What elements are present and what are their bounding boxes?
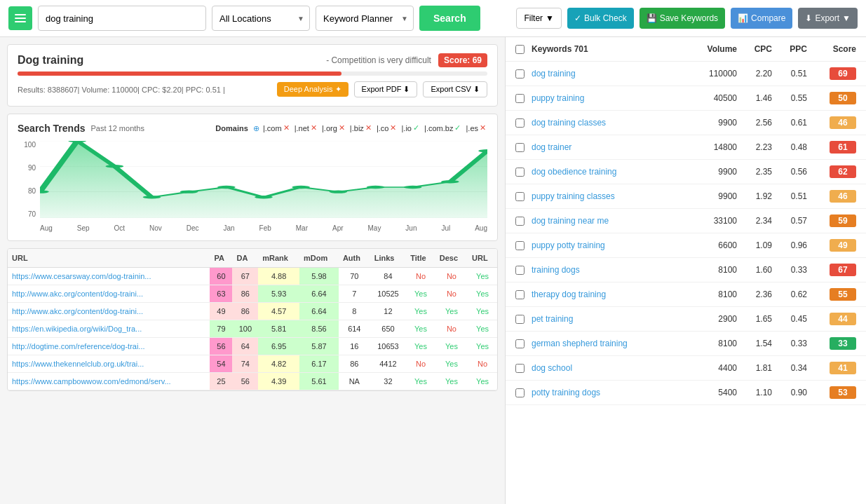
keyword-link[interactable]: training dogs [532, 265, 688, 275]
keyword-link[interactable]: dog training near me [532, 216, 688, 226]
keyword-ppc: 0.33 [772, 339, 807, 348]
x-oct: Oct [114, 224, 126, 232]
save-icon: 💾 [647, 13, 657, 23]
keyword-score: 50 [807, 92, 856, 104]
keyword-checkbox[interactable] [515, 339, 525, 348]
keyword-link[interactable]: german shepherd training [532, 339, 688, 348]
keyword-link[interactable]: puppy potty training [532, 240, 688, 250]
keyword-link[interactable]: dog trainer [532, 142, 688, 152]
keyword-table: Keywords 701 Volume CPC PPC Score dog tr… [506, 37, 866, 405]
search-button[interactable]: Search [419, 6, 480, 31]
keyword-checkbox[interactable] [515, 168, 525, 177]
url-link[interactable]: http://dogtime.com/reference/dog-trai... [12, 342, 145, 350]
chart-y-labels: 100 90 80 70 [18, 141, 39, 218]
x-dec: Dec [187, 224, 199, 232]
keyword-checkbox[interactable] [515, 69, 525, 79]
save-keywords-button[interactable]: 💾 Save Keywords [640, 8, 725, 29]
title-cell: Yes [406, 303, 435, 320]
keyword-checkbox[interactable] [515, 315, 525, 324]
keyword-link[interactable]: dog school [532, 363, 688, 373]
keyword-row: german shepherd training 8100 1.54 0.33 … [506, 332, 866, 356]
keyword-checkbox[interactable] [515, 192, 525, 201]
domain-com: |.com ✕ [263, 123, 290, 132]
keyword-link[interactable]: potty training dogs [532, 388, 688, 397]
url-link[interactable]: http://www.akc.org/content/dog-traini... [12, 290, 143, 298]
cpc-col-header: CPC [737, 44, 772, 54]
filter-button[interactable]: Filter ▼ [516, 8, 562, 29]
title-cell: Yes [406, 320, 435, 338]
keyword-checkbox[interactable] [515, 388, 525, 397]
keyword-checkbox[interactable] [515, 217, 525, 226]
domain-plus-icon[interactable]: ⊕ [253, 124, 259, 132]
keyword-cpc: 2.20 [737, 69, 772, 79]
export-pdf-button[interactable]: Export PDF ⬇ [354, 81, 418, 97]
url-link[interactable]: https://en.wikipedia.org/wiki/Dog_tra... [12, 325, 142, 333]
score-title-row: Dog training - Competition is very diffi… [18, 53, 487, 67]
export-csv-button[interactable]: Export CSV ⬇ [423, 81, 487, 97]
x-apr: Apr [332, 224, 344, 232]
keyword-link[interactable]: dog training classes [532, 118, 688, 128]
keyword-score: 67 [807, 264, 856, 276]
location-select[interactable]: All Locations [212, 6, 310, 31]
score-col-header: Score [807, 44, 856, 54]
keyword-checkbox[interactable] [515, 118, 525, 128]
compare-icon: 📊 [738, 13, 748, 23]
domain-co: |.co ✕ [377, 123, 397, 132]
auth-cell: 86 [339, 355, 370, 373]
url-link[interactable]: https://www.campbowwow.com/edmond/serv..… [12, 377, 171, 386]
url-link[interactable]: https://www.cesarsway.com/dog-trainin... [12, 272, 151, 280]
table-row: https://en.wikipedia.org/wiki/Dog_tra...… [8, 320, 497, 338]
keyword-link[interactable]: puppy training classes [532, 191, 688, 201]
keyword-select-all-checkbox[interactable] [515, 45, 525, 54]
ppc-col-header: PPC [772, 44, 807, 54]
x-feb: Feb [259, 224, 271, 232]
y-label-100: 100 [18, 141, 36, 149]
trends-subtitle: Past 12 months [91, 124, 144, 132]
keyword-volume: 5400 [688, 388, 737, 397]
keyword-checkbox[interactable] [515, 94, 525, 103]
keyword-link[interactable]: puppy training [532, 93, 688, 103]
keyword-score: 62 [807, 165, 856, 178]
svg-point-12 [217, 186, 236, 189]
header: All Locations Keyword Planner Search Fil… [0, 0, 866, 37]
mdom-cell: 6.64 [299, 285, 339, 303]
mdom-cell: 5.61 [299, 373, 339, 390]
tool-select[interactable]: Keyword Planner [316, 6, 414, 31]
keyword-cpc: 2.35 [737, 167, 772, 177]
y-label-80: 80 [18, 187, 36, 195]
keyword-checkbox[interactable] [515, 364, 525, 373]
url-link[interactable]: https://www.thekennelclub.org.uk/trai... [12, 360, 144, 368]
keyword-checkbox[interactable] [515, 241, 525, 250]
keyword-ppc: 0.45 [772, 314, 807, 324]
search-input[interactable] [38, 6, 206, 31]
keyword-row: training dogs 8100 1.60 0.33 67 [506, 258, 866, 282]
da-cell: 74 [232, 355, 258, 373]
keyword-volume: 9900 [688, 118, 737, 128]
desc-cell: Yes [435, 355, 468, 373]
svg-point-13 [255, 196, 273, 198]
col-mrank: mRank [258, 249, 299, 268]
url-val-cell: Yes [468, 338, 497, 355]
keyword-link[interactable]: therapy dog training [532, 290, 688, 299]
score-meta: Results: 8388607| Volume: 110000| CPC: $… [18, 81, 487, 97]
keyword-checkbox[interactable] [515, 266, 525, 275]
links-cell: 84 [370, 268, 406, 285]
url-link[interactable]: http://www.akc.org/content/dog-traini... [12, 307, 143, 315]
deep-analysis-button[interactable]: Deep Analysis ✦ [277, 82, 349, 97]
keyword-checkbox[interactable] [515, 290, 525, 299]
keyword-checkbox[interactable] [515, 143, 525, 152]
export-button[interactable]: ⬇ Export ▼ [798, 8, 858, 29]
keyword-link[interactable]: dog training [532, 69, 688, 79]
keyword-row: dog training near me 33100 2.34 0.57 59 [506, 209, 866, 233]
keyword-link[interactable]: pet training [532, 314, 688, 324]
keyword-ppc: 0.57 [772, 216, 807, 226]
bulk-check-button[interactable]: ✓ Bulk Check [567, 8, 634, 29]
url-cell: https://www.cesarsway.com/dog-trainin... [8, 268, 210, 285]
url-cell: https://www.campbowwow.com/edmond/serv..… [8, 373, 210, 390]
col-da: DA [232, 249, 258, 268]
trends-title: Search Trends [18, 123, 86, 134]
keyword-volume: 4400 [688, 363, 737, 373]
compare-button[interactable]: 📊 Compare [731, 8, 792, 29]
links-cell: 32 [370, 373, 406, 390]
keyword-link[interactable]: dog obedience training [532, 167, 688, 177]
